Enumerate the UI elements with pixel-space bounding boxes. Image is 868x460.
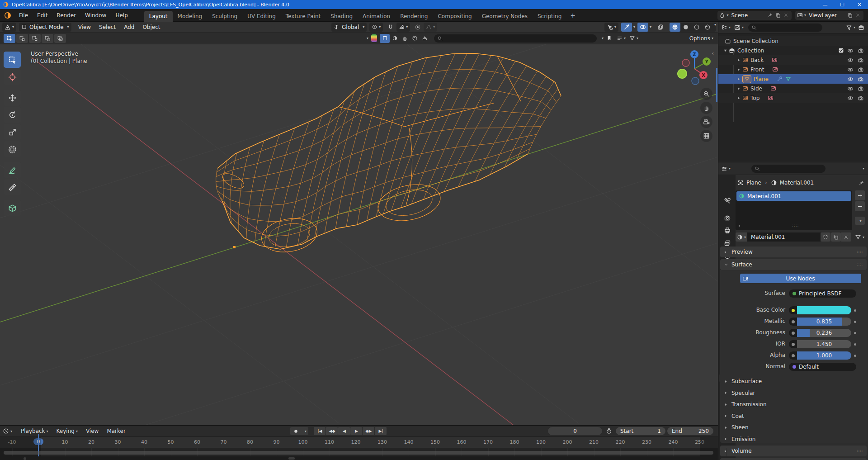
menu-render[interactable]: Render	[52, 9, 80, 22]
collection-checkbox[interactable]	[838, 47, 844, 53]
viewport-menu-view[interactable]: View	[74, 24, 95, 30]
hide-eye-icon[interactable]	[847, 85, 854, 92]
hide-eye-icon[interactable]	[847, 66, 854, 73]
collection-label[interactable]: Collection	[737, 47, 764, 54]
minimize-button[interactable]: —	[816, 0, 834, 9]
disable-render-icon[interactable]	[858, 85, 864, 92]
snap-chevron[interactable]: ▾	[406, 25, 408, 29]
timeline-ruler[interactable]: -100102030405060708090100110120130140150…	[0, 437, 718, 448]
auto-key-chevron[interactable]: ▾	[305, 429, 307, 433]
node-tree-filter-button[interactable]: ▾	[855, 232, 864, 242]
hide-eye-icon[interactable]	[847, 95, 854, 101]
move-tool[interactable]	[4, 90, 21, 106]
options-button[interactable]: Options▾	[689, 35, 713, 42]
shading-chevron[interactable]: ▾	[714, 23, 716, 32]
select-invert-button[interactable]	[42, 34, 53, 43]
expand-arrow-icon[interactable]	[736, 86, 741, 91]
subpanel-subsurface[interactable]: Subsurface	[724, 376, 762, 387]
property-field[interactable]: Default	[789, 363, 856, 371]
properties-options-chevron[interactable]: ▾	[863, 166, 864, 171]
material-preview-button[interactable]	[691, 23, 702, 32]
viewport-3d[interactable]: ▾Object Mode▾ViewSelectAddObjectGlobal▾▾…	[0, 22, 718, 425]
add-workspace-button[interactable]: +	[566, 12, 579, 19]
unlink-scene-icon[interactable]	[783, 13, 788, 18]
maximize-button[interactable]: ☐	[834, 0, 851, 9]
material-name-field[interactable]: Material.001	[747, 232, 821, 242]
tab-modeling[interactable]: Modeling	[173, 11, 208, 22]
zoom-button[interactable]	[700, 88, 712, 100]
viewport-menu-object[interactable]: Object	[138, 24, 164, 30]
properties-editor-chevron[interactable]: ▾	[729, 166, 731, 171]
list-chevron[interactable]: ▾	[624, 36, 626, 40]
expand-icon[interactable]	[737, 224, 741, 228]
outliner-row[interactable]: Plane	[718, 74, 868, 84]
hide-eye-icon[interactable]	[847, 47, 854, 54]
new-viewlayer-icon[interactable]	[847, 13, 853, 18]
select-subtract-button[interactable]	[29, 34, 41, 43]
object-name[interactable]: Back	[750, 57, 764, 63]
sidebar-collapse-arrow[interactable]: ‹	[712, 50, 714, 57]
solid-shading-button[interactable]	[680, 23, 691, 32]
expand-arrow-icon[interactable]	[736, 58, 741, 62]
show-object-types-button[interactable]: ▾	[604, 23, 618, 32]
menu-window[interactable]: Window	[80, 9, 111, 22]
object-name[interactable]: Front	[750, 66, 764, 73]
slot-specials-chevron[interactable]: ▾	[859, 219, 861, 223]
annotate-tool[interactable]	[4, 162, 21, 178]
camera-view-button[interactable]	[700, 116, 712, 128]
grip-handle[interactable]: ∷∷	[793, 223, 799, 228]
tool-search-input[interactable]	[434, 34, 597, 43]
xray-toggle[interactable]	[655, 23, 666, 32]
list-display-icon[interactable]	[617, 35, 623, 41]
prev-keyframe-button[interactable]: ◀◆	[326, 427, 338, 435]
tab-texture-paint[interactable]: Texture Paint	[281, 11, 326, 22]
brush-chevron[interactable]: ▾	[367, 36, 368, 40]
animate-dot[interactable]	[854, 343, 856, 346]
add-slot-button[interactable]	[855, 190, 865, 200]
timeline-menu-playback[interactable]: Playback▾	[17, 428, 52, 434]
tab-sculpting[interactable]: Sculpting	[207, 11, 242, 22]
browse-material-chevron[interactable]: ▾	[744, 235, 746, 239]
timeline-menu-keying[interactable]: Keying▾	[52, 428, 82, 434]
property-field[interactable]: Principled BSDF	[789, 289, 856, 298]
close-button[interactable]: ✕	[851, 0, 868, 9]
gizmos-chevron[interactable]: ▾	[633, 25, 635, 29]
node-funnel-chevron[interactable]: ▾	[863, 235, 864, 239]
timeline-menu-view[interactable]: View	[82, 428, 103, 434]
expand-arrow-icon[interactable]	[723, 48, 728, 53]
add-cube-tool[interactable]	[4, 200, 21, 216]
expand-arrow-icon[interactable]	[736, 77, 741, 81]
jump-to-start-button[interactable]: |◀	[314, 427, 326, 435]
remove-slot-button[interactable]	[855, 201, 865, 211]
select-intersect-button[interactable]	[54, 34, 66, 43]
tab-uv-editing[interactable]: UV Editing	[242, 11, 281, 22]
use-nodes-button[interactable]: Use Nodes	[740, 274, 861, 283]
end-frame-field[interactable]: End250	[667, 427, 713, 435]
toggle-projection-button[interactable]	[700, 130, 712, 142]
stamp-toggle[interactable]	[420, 34, 429, 43]
subpanel-specular[interactable]: Specular	[724, 388, 755, 398]
value-slider[interactable]: 0.835	[797, 318, 851, 326]
measure-tool[interactable]	[4, 179, 21, 195]
subpanel-emission[interactable]: Emission	[724, 434, 755, 445]
outliner-search-input[interactable]	[748, 24, 822, 32]
object-name[interactable]: Plane	[754, 76, 769, 82]
navigation-gizmo[interactable]: ZYX	[675, 48, 713, 87]
scene-icon[interactable]	[719, 12, 725, 18]
blender-app-icon[interactable]	[4, 11, 12, 19]
remove-viewlayer-icon[interactable]	[855, 13, 860, 18]
properties-output-tab[interactable]	[722, 225, 733, 236]
pin-icon[interactable]	[859, 180, 864, 186]
visibility-chevron[interactable]: ▾	[614, 25, 616, 29]
auto-key-button[interactable]	[290, 427, 301, 435]
scene-selector[interactable]: ▾Scene	[717, 11, 792, 20]
id-type-chevron[interactable]: ▾	[742, 25, 744, 29]
outliner-row[interactable]: Collection	[718, 46, 868, 55]
snap-target-button[interactable]: ▾	[396, 23, 410, 32]
menu-help[interactable]: Help	[111, 9, 132, 22]
horizontal-scrollbar[interactable]	[4, 451, 713, 455]
orientation-selector[interactable]: Global▾	[331, 23, 367, 32]
cursor-tool[interactable]	[4, 69, 21, 85]
scale-tool[interactable]	[4, 124, 21, 140]
disable-render-icon[interactable]	[858, 76, 864, 82]
